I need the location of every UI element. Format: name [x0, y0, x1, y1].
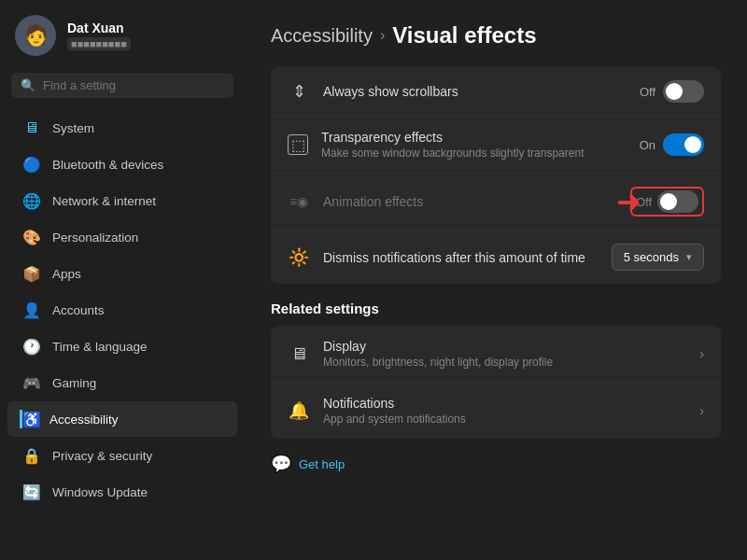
sidebar-item-label: Bluetooth & devices: [52, 158, 163, 172]
animation-label: Animation effects: [323, 194, 617, 209]
sidebar-item-windowsupdate[interactable]: 🔄 Windows Update: [7, 474, 237, 510]
sidebar-item-label: Gaming: [52, 376, 96, 390]
sidebar-item-gaming[interactable]: 🎮 Gaming: [7, 365, 237, 400]
breadcrumb-parent: Accessibility: [271, 25, 373, 47]
transparency-icon: ⬚: [288, 134, 308, 155]
sidebar-item-time[interactable]: 🕐 Time & language: [7, 329, 237, 364]
related-settings-card: 🖥 Display Monitors, brightness, night li…: [271, 326, 721, 439]
animation-toggle-highlight: Off: [630, 187, 704, 217]
gaming-icon: 🎮: [22, 373, 41, 392]
sidebar-item-label: Apps: [52, 267, 81, 281]
sidebar-item-label: Time & language: [52, 340, 148, 354]
nav-list: 🖥 System 🔵 Bluetooth & devices 🌐 Network…: [0, 107, 245, 560]
search-input[interactable]: [43, 78, 224, 92]
scrollbars-row: ⇕ Always show scrollbars Off: [271, 67, 721, 117]
breadcrumb-current: Visual effects: [392, 22, 536, 49]
accessibility-icon: ♿: [20, 410, 38, 428]
sidebar-item-accessibility[interactable]: ♿ Accessibility: [7, 401, 237, 437]
network-icon: 🌐: [22, 191, 41, 210]
sidebar-item-label: System: [52, 121, 94, 135]
avatar: 🧑: [15, 15, 56, 56]
scrollbars-label: Always show scrollbars: [323, 84, 627, 99]
sidebar-item-label: Privacy & security: [52, 449, 152, 463]
transparency-toggle[interactable]: On: [640, 133, 704, 156]
help-icon: 💬: [271, 454, 291, 474]
animation-toggle-switch[interactable]: [657, 190, 698, 213]
transparency-label: Transparency effects: [321, 130, 627, 145]
accounts-icon: 👤: [22, 301, 41, 319]
sidebar-item-system[interactable]: 🖥 System: [7, 110, 237, 146]
sidebar-item-privacy[interactable]: 🔒 Privacy & security: [7, 438, 237, 473]
transparency-toggle-switch[interactable]: [663, 133, 704, 156]
windowsupdate-icon: 🔄: [22, 483, 41, 501]
sidebar-item-accounts[interactable]: 👤 Accounts: [7, 292, 237, 328]
get-help-label: Get help: [299, 457, 345, 471]
bluetooth-icon: 🔵: [22, 155, 41, 174]
sidebar: 🧑 Dat Xuan ■■■■■■■■■ 🔍 🖥 System 🔵 Blueto…: [0, 0, 245, 560]
display-chevron-icon: ›: [699, 346, 704, 361]
search-box[interactable]: 🔍: [11, 73, 233, 98]
notifications-icon: 🔔: [288, 399, 310, 422]
system-icon: 🖥: [22, 119, 41, 137]
animation-toggle-label: Off: [636, 195, 652, 209]
notifications-dismiss-row: 🔆 Dismiss notifications after this amoun…: [271, 231, 721, 284]
search-icon: 🔍: [21, 78, 35, 92]
dropdown-arrow-icon: ▾: [686, 251, 692, 263]
apps-icon: 📦: [22, 264, 41, 283]
notifications-dismiss-icon: 🔆: [288, 246, 310, 269]
notifications-dismiss-label: Dismiss notifications after this amount …: [323, 250, 599, 265]
transparency-sublabel: Make some window backgrounds slightly tr…: [321, 147, 627, 160]
display-related-row[interactable]: 🖥 Display Monitors, brightness, night li…: [271, 326, 721, 383]
user-section: 🧑 Dat Xuan ■■■■■■■■■: [0, 0, 245, 67]
display-label: Display: [323, 339, 686, 354]
display-text: Display Monitors, brightness, night ligh…: [323, 339, 686, 369]
scrollbars-toggle-label: Off: [640, 85, 655, 99]
personalization-icon: 🎨: [22, 228, 41, 246]
get-help-link[interactable]: 💬 Get help: [271, 454, 721, 474]
main-content: Accessibility › Visual effects ⇕ Always …: [245, 0, 747, 560]
scrollbars-toggle-switch[interactable]: [663, 80, 704, 103]
dropdown-value: 5 seconds: [624, 250, 679, 264]
sidebar-item-label: Windows Update: [52, 485, 148, 499]
sidebar-item-label: Accessibility: [49, 413, 119, 427]
notifications-chevron-icon: ›: [699, 403, 704, 418]
user-email: ■■■■■■■■■: [67, 37, 131, 50]
notifications-related-row[interactable]: 🔔 Notifications App and system notificat…: [271, 383, 721, 439]
scrollbars-icon: ⇕: [288, 80, 310, 103]
user-name: Dat Xuan: [67, 21, 131, 35]
visual-effects-settings-card: ⇕ Always show scrollbars Off ⬚ Transpare…: [271, 67, 721, 284]
related-settings-title: Related settings: [271, 301, 721, 316]
notifications-dismiss-dropdown[interactable]: 5 seconds ▾: [612, 244, 704, 271]
breadcrumb-separator: ›: [380, 27, 385, 44]
display-icon: 🖥: [288, 343, 310, 365]
notifications-label: Notifications: [323, 396, 686, 411]
transparency-toggle-label: On: [640, 138, 655, 152]
display-sublabel: Monitors, brightness, night light, displ…: [323, 356, 686, 369]
privacy-icon: 🔒: [22, 446, 41, 465]
notifications-dismiss-text: Dismiss notifications after this amount …: [323, 250, 599, 265]
sidebar-item-apps[interactable]: 📦 Apps: [7, 256, 237, 291]
sidebar-item-bluetooth[interactable]: 🔵 Bluetooth & devices: [7, 147, 237, 182]
sidebar-item-label: Personalization: [52, 231, 138, 245]
sidebar-item-network[interactable]: 🌐 Network & internet: [7, 183, 237, 218]
animation-toggle[interactable]: Off: [630, 187, 704, 217]
sidebar-item-personalization[interactable]: 🎨 Personalization: [7, 219, 237, 255]
notifications-text: Notifications App and system notificatio…: [323, 396, 686, 426]
scrollbars-toggle[interactable]: Off: [640, 80, 704, 103]
animation-icon: ≡◉: [288, 190, 310, 213]
sidebar-item-label: Network & internet: [52, 194, 156, 208]
transparency-text: Transparency effects Make some window ba…: [321, 130, 627, 160]
time-icon: 🕐: [22, 337, 41, 356]
user-info: Dat Xuan ■■■■■■■■■: [67, 21, 131, 50]
animation-text: Animation effects: [323, 194, 617, 209]
breadcrumb: Accessibility › Visual effects: [271, 22, 721, 49]
notifications-sublabel: App and system notifications: [323, 413, 686, 426]
animation-row: ≡◉ Animation effects ➜ Off: [271, 174, 721, 231]
sidebar-item-label: Accounts: [52, 303, 105, 317]
transparency-row: ⬚ Transparency effects Make some window …: [271, 117, 721, 174]
scrollbars-text: Always show scrollbars: [323, 84, 627, 99]
